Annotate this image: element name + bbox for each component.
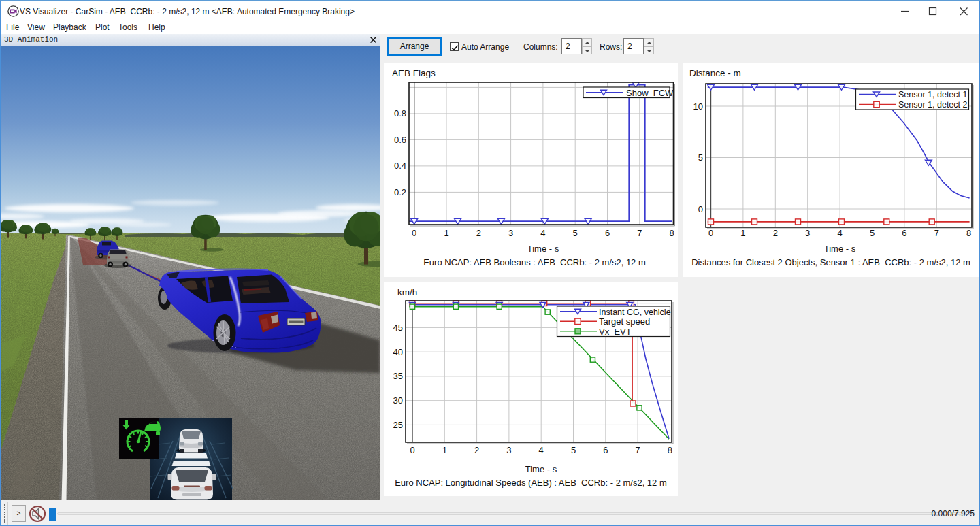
svg-text:1: 1 <box>442 445 447 455</box>
svg-text:35: 35 <box>393 371 403 381</box>
svg-text:0.2: 0.2 <box>394 187 406 197</box>
svg-text:Distance - m: Distance - m <box>689 68 741 78</box>
svg-text:Sensor 1, detect 2: Sensor 1, detect 2 <box>898 100 968 110</box>
svg-text:3: 3 <box>805 228 810 238</box>
svg-text:8: 8 <box>668 445 672 455</box>
svg-text:1: 1 <box>444 228 448 238</box>
svg-text:2: 2 <box>476 228 481 238</box>
svg-text:4: 4 <box>837 228 842 238</box>
svg-text:km/h: km/h <box>397 287 417 297</box>
svg-text:Show FCW: Show FCW <box>626 88 674 98</box>
svg-text:5: 5 <box>698 152 703 163</box>
svg-text:6: 6 <box>605 228 610 238</box>
svg-text:0: 0 <box>708 228 713 238</box>
svg-text:8: 8 <box>966 228 971 238</box>
svg-text:0.8: 0.8 <box>394 108 406 118</box>
svg-text:Time - s: Time - s <box>525 464 557 474</box>
svg-text:Sensor 1, detect 1: Sensor 1, detect 1 <box>898 90 968 99</box>
svg-text:10: 10 <box>693 101 703 112</box>
svg-text:0: 0 <box>412 228 416 238</box>
svg-text:Time - s: Time - s <box>527 244 559 254</box>
svg-text:40: 40 <box>393 347 403 357</box>
svg-text:2: 2 <box>773 228 778 238</box>
svg-text:5: 5 <box>571 445 576 455</box>
svg-text:25: 25 <box>393 420 403 430</box>
svg-text:AEB Flags: AEB Flags <box>392 68 436 78</box>
svg-text:Distances for Closest 2 Object: Distances for Closest 2 Objects, Sensor … <box>691 257 970 267</box>
svg-text:4: 4 <box>540 228 545 238</box>
svg-text:Instant CG, vehicle: Instant CG, vehicle <box>599 308 671 317</box>
svg-text:4: 4 <box>539 445 544 455</box>
svg-text:Vx_EVT: Vx_EVT <box>599 327 632 337</box>
svg-text:3: 3 <box>506 445 511 455</box>
svg-text:8: 8 <box>669 228 674 238</box>
svg-text:0.6: 0.6 <box>394 135 406 145</box>
svg-text:6: 6 <box>902 228 906 238</box>
svg-text:1: 1 <box>740 228 745 238</box>
svg-text:3: 3 <box>508 228 513 238</box>
svg-text:30: 30 <box>393 395 403 406</box>
svg-text:Time - s: Time - s <box>824 244 856 254</box>
svg-text:7: 7 <box>637 228 642 238</box>
svg-text:0: 0 <box>698 204 703 214</box>
svg-text:5: 5 <box>870 228 875 238</box>
svg-text:Euro NCAP: AEB Booleans : AEB: Euro NCAP: AEB Booleans : AEB CCRb: - 2 … <box>423 257 646 267</box>
svg-text:Target speed: Target speed <box>599 316 650 327</box>
svg-text:2: 2 <box>474 445 479 455</box>
svg-text:0: 0 <box>410 445 414 455</box>
svg-text:7: 7 <box>635 445 640 455</box>
svg-text:Euro NCAP: Longitudinal Speeds: Euro NCAP: Longitudinal Speeds (AEB) : A… <box>395 478 667 488</box>
svg-text:5: 5 <box>573 228 578 238</box>
svg-text:6: 6 <box>603 445 608 455</box>
svg-text:0.4: 0.4 <box>394 161 406 171</box>
svg-text:45: 45 <box>393 323 403 333</box>
svg-text:7: 7 <box>934 228 939 238</box>
